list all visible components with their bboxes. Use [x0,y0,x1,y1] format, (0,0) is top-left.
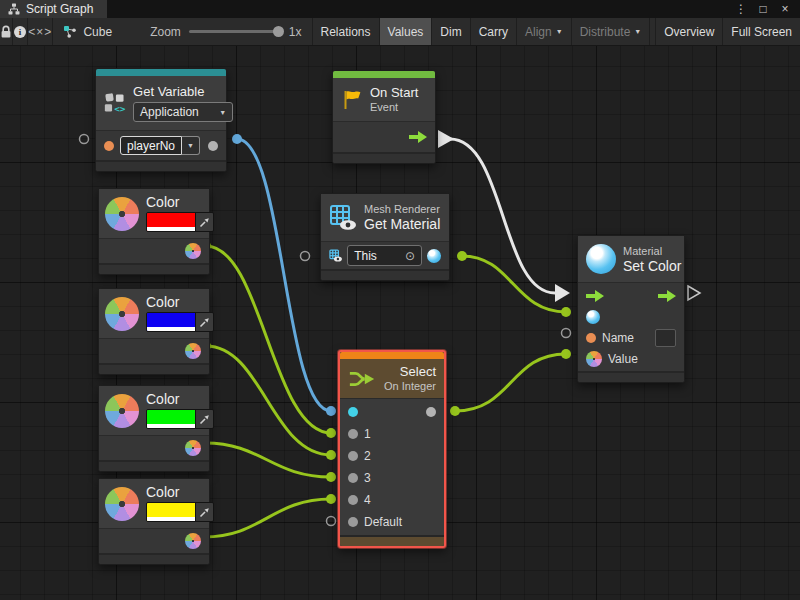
port-option-1[interactable] [348,429,358,439]
window-menu-icon[interactable]: ⋮ [732,0,750,18]
setcolor-value-row: Value [578,348,684,369]
node-select[interactable]: Select On Integer 1 2 3 4 [338,350,446,548]
node-color-green[interactable]: Color [98,385,210,472]
port-option-3[interactable] [348,473,358,483]
node-title: Color [146,195,203,210]
toolbar-button-align[interactable]: Align ▼ [517,18,572,45]
breadcrumb[interactable]: Cube [53,18,122,45]
color-wheel-icon [105,297,139,331]
eyedropper-icon[interactable] [195,313,213,331]
node-set-color[interactable]: Material Set Color Name [577,235,685,383]
select-selector-row [340,401,444,423]
code-toggle-glyph: <×> [28,25,52,39]
node-title: Color [146,295,203,310]
port-value-output[interactable] [208,141,218,151]
color-swatch[interactable] [146,312,214,332]
node-footer [99,460,209,471]
breadcrumb-label: Cube [83,25,112,39]
port-name-input[interactable] [586,333,596,343]
zoom-control: Zoom 1x [140,18,311,45]
node-on-start[interactable]: On Start Event [332,70,436,164]
port-option-2[interactable] [348,451,358,461]
node-color-blue[interactable]: Color [98,288,210,375]
port-option-default[interactable] [348,517,358,527]
port-color-output[interactable] [185,533,201,549]
color-swatch[interactable] [146,502,214,522]
eyedropper-icon[interactable] [195,213,213,231]
variable-picker-arrow[interactable]: ▼ [182,136,200,155]
port-option-4[interactable] [348,495,358,505]
toolbar-button-carry[interactable]: Carry [471,18,517,45]
node-footer [578,371,684,382]
node-color-red[interactable]: Color [98,188,210,275]
select-option-row: 2 [340,445,444,467]
lock-icon [0,25,12,39]
node-title: Get Material [364,217,440,232]
select-merge-icon [348,368,376,390]
color-swatch[interactable] [146,409,214,429]
target-self-field[interactable]: This ⊙ [347,245,422,266]
port-selection-output[interactable] [426,407,436,417]
variables-icon: <> [104,91,126,115]
port-color-output[interactable] [185,440,201,456]
setcolor-material-row [578,306,684,327]
variable-color-bar [96,69,226,76]
node-title: Color [146,485,203,500]
port-material-output[interactable] [427,249,441,263]
inspect-button[interactable]: i [13,18,28,45]
swatch-color [147,213,195,231]
node-get-variable[interactable]: <> Get Variable Application ▼ playerNo ▼ [95,68,227,172]
node-title: Set Color [623,259,676,274]
tab-script-graph[interactable]: Script Graph [0,0,107,18]
port-color-output[interactable] [185,243,201,259]
zoom-slider[interactable] [189,30,281,33]
port-color-output[interactable] [185,343,201,359]
variable-scope-dropdown[interactable]: Application ▼ [133,102,233,122]
toolbar-button-values[interactable]: Values [380,18,433,45]
toolbar-button-dim[interactable]: Dim [432,18,470,45]
toolbar-button-fullscreen[interactable]: Full Screen [723,18,800,45]
lock-button[interactable] [0,18,13,45]
select-option-row: 4 [340,489,444,511]
node-footer [333,152,435,163]
node-component: Mesh Renderer [364,203,440,216]
toolbar-button-overview[interactable]: Overview [655,18,723,45]
script-graph-window: Script Graph ⋮ □ × i <×> [0,0,800,600]
port-material-input[interactable] [586,310,600,324]
node-title: Get Variable [133,84,218,99]
zoom-slider-handle[interactable] [273,26,284,37]
window-close-icon[interactable]: × [776,0,794,18]
port-flow-input[interactable] [586,290,604,302]
node-title: Color [146,392,203,407]
port-selector-input[interactable] [348,407,358,417]
material-icon [586,244,616,274]
node-color-yellow[interactable]: Color [98,478,210,565]
name-value-field[interactable] [655,329,676,347]
control-color-bar [340,352,444,359]
code-preview-button[interactable]: <×> [28,18,53,45]
node-get-material[interactable]: Mesh Renderer Get Material This ⊙ [320,193,450,281]
chevron-down-icon: ▼ [634,28,641,35]
port-flow-output[interactable] [658,290,676,302]
color-swatch[interactable] [146,212,214,232]
color-wheel-icon [105,487,139,521]
node-title: Select [384,364,436,379]
info-icon: i [13,25,27,39]
zoom-label: Zoom [150,25,181,39]
graph-hierarchy-icon [8,3,20,15]
chevron-down-icon: ▼ [219,109,226,116]
eyedropper-icon[interactable] [195,503,213,521]
variable-name-field[interactable]: playerNo ▼ [120,136,200,155]
port-value-input[interactable] [586,351,602,367]
toolbar-button-relations[interactable]: Relations [313,18,380,45]
color-wheel-icon [105,197,139,231]
toolbar-button-distribute[interactable]: Distribute ▼ [572,18,651,45]
node-component: Material [623,245,676,258]
select-option-row: 3 [340,467,444,489]
node-footer [340,535,444,546]
window-maximize-icon[interactable]: □ [754,0,772,18]
port-flow-output[interactable] [409,131,427,143]
window-controls: ⋮ □ × [732,0,800,18]
eyedropper-icon[interactable] [195,410,213,428]
port-variable-name-input[interactable] [104,141,114,151]
